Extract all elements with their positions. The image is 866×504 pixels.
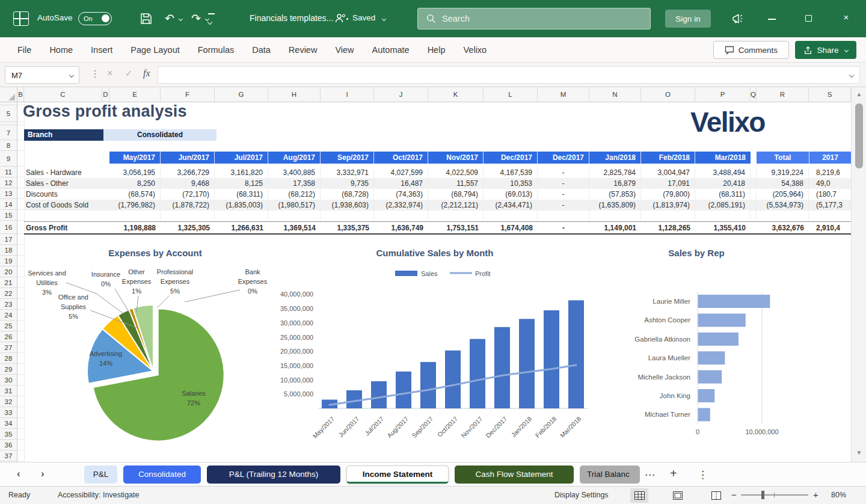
blank-cell-6[interactable] (428, 211, 484, 221)
column-header-o[interactable]: O (641, 87, 695, 102)
blank-cell-4[interactable] (321, 211, 374, 221)
ribbon-tab-automate[interactable]: Automate (363, 37, 419, 63)
column-header-feb-2018-10[interactable]: Feb/2018 (641, 152, 695, 164)
document-title[interactable]: Financials templates... (250, 13, 333, 23)
row-header-29[interactable]: 29 (0, 364, 17, 375)
ribbon-tab-help[interactable]: Help (419, 37, 455, 63)
column-header-c[interactable]: C (24, 87, 102, 102)
blank-cell-1[interactable] (161, 211, 215, 221)
cumulative-sales-chart[interactable]: Cumulative Sales by MonthSalesProfit40,0… (274, 241, 607, 462)
row-header-7[interactable]: 7 (0, 126, 17, 140)
grid-cell-b27[interactable] (17, 343, 24, 353)
sheet-tab-trial-balanc[interactable]: Trial Balanc (580, 466, 640, 484)
grid-cell-b35[interactable] (17, 429, 24, 440)
grid-cell-b21[interactable] (17, 278, 24, 288)
maximize-button[interactable] (805, 15, 812, 22)
normal-view-button[interactable] (630, 488, 648, 503)
grid-cell-b5[interactable] (17, 106, 24, 122)
zoom-slider-thumb[interactable] (761, 491, 764, 499)
share-button[interactable]: Share (795, 41, 856, 59)
column-header-f[interactable]: F (161, 87, 215, 102)
grid-cell-b9[interactable] (17, 152, 24, 167)
grid-cell-b20[interactable] (17, 267, 24, 277)
grid-cell-b12[interactable] (17, 178, 24, 188)
comments-button[interactable]: Comments (713, 41, 789, 59)
grid-cell-b22[interactable] (17, 289, 24, 299)
cell-gross-profit-5[interactable]: 1,636,749 (374, 222, 428, 233)
undo-chevron-icon[interactable] (179, 17, 183, 21)
ribbon-tab-formulas[interactable]: Formulas (189, 37, 243, 63)
grid-cell-b30[interactable] (17, 375, 24, 386)
row-label-gross-profit[interactable]: Gross Profit (24, 222, 109, 233)
blank-cell-2[interactable] (215, 211, 268, 221)
cell-sales-hardware-11[interactable]: 3,488,494 (695, 167, 751, 178)
gp-gap[interactable] (751, 222, 757, 233)
row-header-16[interactable]: 16 (0, 221, 17, 234)
cell-cost-of-goods-sold-5[interactable]: (2,332,974) (374, 200, 428, 211)
blank-cell-9[interactable] (589, 211, 641, 221)
cell-cost-of-goods-sold-10[interactable]: (1,813,974) (641, 200, 695, 211)
cell-cost-of-goods-sold-8[interactable]: - (538, 200, 589, 211)
cell-sales-hardware-total[interactable]: 9,319,224 (757, 167, 809, 178)
sheet-tab-p-l[interactable]: P&L (84, 466, 117, 484)
row-header-20[interactable]: 20 (0, 267, 17, 277)
row-header-30[interactable]: 30 (0, 375, 17, 386)
save-status[interactable]: Saved (352, 13, 375, 22)
cell-sales-hardware-8[interactable]: - (538, 167, 589, 178)
zoom-level[interactable]: 80% (831, 491, 846, 499)
row-header-4[interactable] (0, 102, 17, 105)
gap-cell[interactable] (751, 178, 757, 189)
row-header-33[interactable]: 33 (0, 408, 17, 418)
cell-cost-of-goods-sold-6[interactable]: (2,212,121) (428, 200, 484, 211)
cell-discounts-4[interactable]: (68,728) (321, 189, 374, 200)
grid-cell-b11[interactable] (17, 167, 24, 177)
cell-discounts-8[interactable]: - (538, 189, 589, 200)
sheet-options-icon[interactable]: ⋮ (698, 469, 708, 481)
page-layout-view-button[interactable] (669, 488, 687, 503)
row-header-21[interactable]: 21 (0, 278, 17, 288)
confirm-entry-icon[interactable]: ✓ (125, 68, 133, 79)
column-header-dec-2017-8[interactable]: Dec/2017 (538, 152, 589, 164)
grid-cell-b23[interactable] (17, 300, 24, 310)
row-header-32[interactable]: 32 (0, 397, 17, 407)
column-header-b[interactable]: B (17, 87, 24, 102)
row-header-22[interactable]: 22 (0, 289, 17, 299)
sheet-tab-income-statement[interactable]: Income Statement (346, 466, 449, 484)
column-header-r[interactable]: R (757, 87, 809, 102)
cell-sales-other-5[interactable]: 16,487 (374, 178, 428, 189)
column-header-sep-2017-4[interactable]: Sep/2017 (321, 152, 374, 164)
cell-cost-of-goods-sold-11[interactable]: (2,085,191) (695, 200, 751, 211)
cell-discounts-11[interactable]: (68,311) (695, 189, 751, 200)
autosave-toggle[interactable]: On (78, 12, 112, 25)
cell-discounts-2[interactable]: (68,311) (215, 189, 268, 200)
cell-sales-hardware-5[interactable]: 4,027,599 (374, 167, 428, 178)
ribbon-tab-data[interactable]: Data (243, 37, 280, 63)
cell-cost-of-goods-sold-2017[interactable]: (5,177,3 (809, 200, 851, 211)
grid-cell-b28[interactable] (17, 354, 24, 364)
scroll-up-icon[interactable]: ▲ (852, 91, 866, 97)
column-header-h[interactable]: H (268, 87, 321, 102)
row-header-11[interactable]: 11 (0, 167, 17, 177)
blank-cell-11[interactable] (695, 211, 751, 221)
ribbon-tab-file[interactable]: File (8, 37, 40, 63)
column-header-jun-2017-1[interactable]: Jun/2017 (161, 152, 215, 164)
column-header-may-2017-0[interactable]: May/2017 (109, 152, 161, 164)
cell-sales-hardware-1[interactable]: 3,266,729 (161, 167, 215, 178)
column-header-s[interactable]: S (809, 87, 851, 102)
saved-chevron-icon[interactable] (382, 17, 386, 21)
column-header-d[interactable]: D (102, 87, 109, 102)
cell-cost-of-goods-sold-total[interactable]: (5,534,973) (757, 200, 809, 211)
close-button[interactable]: × (840, 12, 853, 22)
page-break-view-button[interactable] (707, 488, 725, 503)
cell-sales-hardware-10[interactable]: 3,004,947 (641, 167, 695, 178)
grid-cell-b4[interactable] (17, 102, 24, 105)
row-header-15[interactable]: 15 (0, 211, 17, 221)
vertical-scroll-thumb[interactable] (855, 103, 863, 168)
formula-bar-expand-icon[interactable] (849, 73, 854, 78)
save-icon[interactable] (140, 12, 153, 25)
name-box-options-icon[interactable]: ⋮ (90, 68, 100, 79)
row-header-25[interactable]: 25 (0, 321, 17, 331)
column-header-jan-2018-9[interactable]: Jan/2018 (589, 152, 641, 164)
accessibility-status[interactable]: Accessibility: Investigate (58, 491, 139, 499)
vertical-scrollbar[interactable]: ▲ ▼ (851, 87, 866, 462)
